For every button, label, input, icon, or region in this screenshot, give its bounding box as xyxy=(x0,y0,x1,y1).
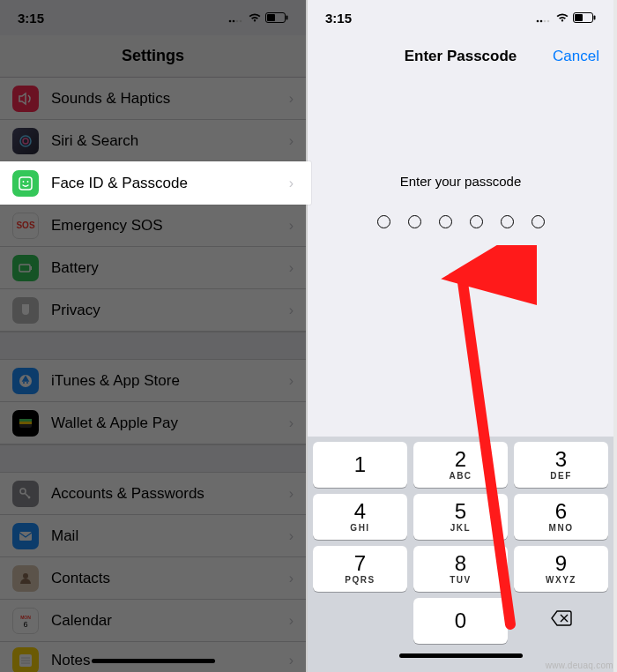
key-blank xyxy=(313,598,407,644)
key-delete[interactable] xyxy=(514,598,608,644)
chevron-right-icon: › xyxy=(289,302,294,318)
row-label: Privacy xyxy=(51,302,289,319)
key-icon xyxy=(12,481,39,507)
chevron-right-icon: › xyxy=(289,373,294,389)
svg-rect-13 xyxy=(31,266,33,270)
row-siri[interactable]: Siri & Search › xyxy=(0,120,306,162)
key-num: 6 xyxy=(555,501,567,522)
passcode-screen: 3:15 Enter Passcode Cancel Enter your pa… xyxy=(307,0,613,672)
watermark: www.deuaq.com xyxy=(546,661,613,670)
row-emergency-sos[interactable]: SOS Emergency SOS › xyxy=(0,205,306,247)
key-6[interactable]: 6MNO xyxy=(514,494,608,540)
svg-point-2 xyxy=(236,20,239,23)
status-bar: 3:15 xyxy=(308,0,613,35)
chevron-right-icon: › xyxy=(289,218,294,234)
row-label: Calendar xyxy=(51,612,289,630)
section-gap xyxy=(0,332,306,360)
passcode-dot xyxy=(439,215,452,228)
passcode-dot xyxy=(532,215,545,228)
row-itunes-appstore[interactable]: iTunes & App Store › xyxy=(0,360,306,402)
passcode-dot xyxy=(408,215,421,228)
key-2[interactable]: 2ABC xyxy=(413,442,508,488)
row-label: iTunes & App Store xyxy=(51,372,289,390)
siri-icon xyxy=(12,128,39,154)
row-face-id-passcode[interactable]: Face ID & Passcode › xyxy=(0,162,306,205)
status-time: 3:15 xyxy=(325,11,352,26)
settings-list-2: iTunes & App Store › Wallet & Apple Pay … xyxy=(0,360,306,444)
signal-icon xyxy=(228,12,244,23)
row-wallet-applepay[interactable]: Wallet & Apple Pay › xyxy=(0,402,306,444)
row-contacts[interactable]: Contacts › xyxy=(0,557,306,600)
key-5[interactable]: 5JKL xyxy=(413,494,508,540)
chevron-right-icon: › xyxy=(289,486,294,502)
passcode-header: Enter Passcode Cancel xyxy=(308,35,613,78)
svg-point-20 xyxy=(23,573,28,579)
mail-icon xyxy=(12,523,39,549)
svg-point-8 xyxy=(23,138,28,144)
key-1[interactable]: 1 xyxy=(313,442,407,488)
svg-rect-12 xyxy=(19,265,30,272)
key-sub: JKL xyxy=(450,523,471,533)
row-battery[interactable]: Battery › xyxy=(0,247,306,289)
backspace-icon xyxy=(550,609,573,632)
key-sub: TUV xyxy=(450,575,472,585)
key-sub: MNO xyxy=(549,523,574,533)
svg-rect-9 xyxy=(19,177,32,190)
key-sub: PQRS xyxy=(345,575,375,585)
home-indicator xyxy=(0,649,306,672)
calendar-icon: MON6 xyxy=(12,608,39,634)
passcode-dot xyxy=(470,215,483,228)
key-num: 2 xyxy=(455,449,466,470)
row-label: Siri & Search xyxy=(51,132,289,150)
row-label: Face ID & Passcode xyxy=(51,175,289,192)
wallet-icon xyxy=(12,410,39,437)
key-4[interactable]: 4GHI xyxy=(313,494,407,540)
key-num: 5 xyxy=(455,501,466,522)
battery-icon xyxy=(573,12,596,23)
svg-point-3 xyxy=(240,20,242,23)
battery-icon xyxy=(265,12,288,23)
chevron-right-icon: › xyxy=(289,613,294,629)
key-0[interactable]: 0 xyxy=(413,598,508,644)
svg-rect-6 xyxy=(286,16,288,20)
passcode-dots xyxy=(377,215,545,228)
key-9[interactable]: 9WXYZ xyxy=(514,546,608,592)
row-label: Sounds & Haptics xyxy=(51,90,289,108)
cancel-button[interactable]: Cancel xyxy=(553,48,599,65)
key-3[interactable]: 3DEF xyxy=(514,442,608,488)
row-calendar[interactable]: MON6 Calendar › xyxy=(0,600,306,642)
numeric-keypad: 1 2ABC 3DEF 4GHI 5JKL 6MNO 7PQRS 8TUV 9W… xyxy=(308,437,613,672)
key-num: 7 xyxy=(354,553,366,574)
row-accounts-passwords[interactable]: Accounts & Passwords › xyxy=(0,473,306,515)
faceid-icon xyxy=(12,170,39,197)
row-label: Battery xyxy=(51,259,289,277)
row-label: Emergency SOS xyxy=(51,217,289,235)
row-label: Contacts xyxy=(51,570,289,587)
svg-rect-33 xyxy=(594,16,596,20)
passcode-prompt: Enter your passcode xyxy=(400,174,522,189)
key-7[interactable]: 7PQRS xyxy=(313,546,407,592)
svg-text:6: 6 xyxy=(23,620,27,629)
status-icons xyxy=(228,12,288,23)
chevron-right-icon: › xyxy=(289,528,294,544)
svg-point-28 xyxy=(540,20,543,23)
sos-icon: SOS xyxy=(12,213,39,239)
svg-point-7 xyxy=(20,136,31,146)
key-sub: ABC xyxy=(449,471,472,481)
row-label: Accounts & Passwords xyxy=(51,485,289,503)
key-num: 8 xyxy=(455,553,466,574)
battery-settings-icon xyxy=(12,255,39,281)
chevron-right-icon: › xyxy=(289,175,294,191)
row-privacy[interactable]: Privacy › xyxy=(0,289,306,332)
svg-point-1 xyxy=(233,20,235,23)
row-mail[interactable]: Mail › xyxy=(0,515,306,557)
key-sub: GHI xyxy=(350,523,369,533)
svg-point-29 xyxy=(544,20,546,23)
section-gap xyxy=(0,444,306,473)
passcode-prompt-area: Enter your passcode xyxy=(308,78,613,325)
row-sounds[interactable]: Sounds & Haptics › xyxy=(0,78,306,120)
key-8[interactable]: 8TUV xyxy=(413,546,508,592)
svg-rect-19 xyxy=(19,532,32,541)
row-label: Mail xyxy=(51,527,289,545)
appstore-icon xyxy=(12,368,39,394)
